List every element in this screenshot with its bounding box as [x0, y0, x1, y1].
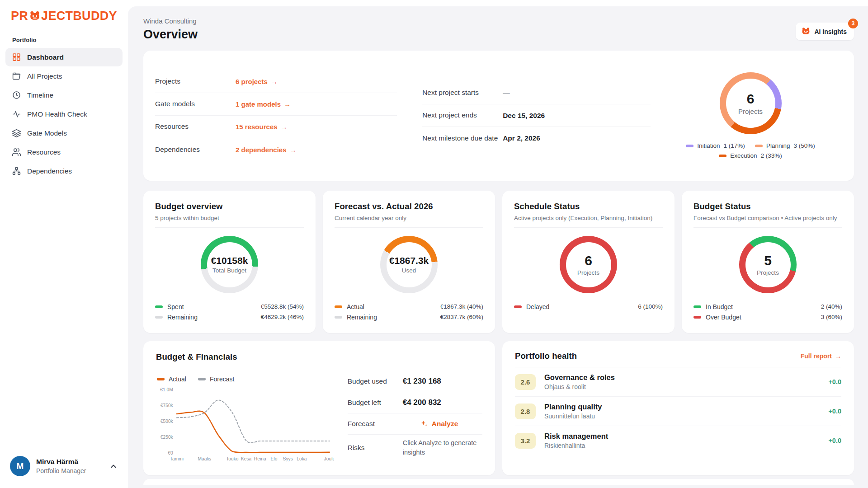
sidebar-item-label: Timeline — [27, 91, 53, 99]
company-name: Winda Consulting — [143, 17, 198, 25]
legend-row-in-budget: In Budget 2 (40%) — [693, 301, 842, 312]
gate-models-link[interactable]: 1 gate models — [236, 100, 291, 108]
sidebar-item-label: Resources — [27, 148, 61, 156]
stat-row-projects: Projects 6 projects — [155, 70, 397, 93]
svg-text:€250k: €250k — [160, 435, 174, 440]
card-title: Budget & Financials — [156, 352, 482, 362]
financials-content: Actual Forecast €1.0M€750k€500k€250k€0Ta… — [156, 370, 482, 465]
legend-dot — [155, 316, 163, 319]
fin-row-forecast: Forecast Analyze — [348, 413, 482, 435]
svg-text:Maalis: Maalis — [198, 456, 212, 461]
health-row-planning[interactable]: 2.8 Planning quality Suunnittelun laatu … — [515, 397, 841, 426]
health-row-risk[interactable]: 3.2 Risk management Riskienhallinta +0.0 — [515, 426, 841, 455]
chevron-up-icon[interactable] — [109, 462, 118, 471]
legend-item-actual: Actual — [157, 375, 186, 383]
svg-text:Elo: Elo — [271, 456, 278, 461]
sidebar-item-gate-models[interactable]: Gate Models — [5, 124, 123, 142]
next-project-starts-value: — — [503, 89, 510, 97]
legend-row-remaining: Remaining €2837.7k (60%) — [335, 312, 483, 322]
budget-status-donut-chart: 5 Projects — [739, 236, 797, 293]
app-logo[interactable]: PR JECTBUDDY — [5, 9, 123, 23]
svg-text:€500k: €500k — [160, 419, 174, 424]
donut-center-value: 6 — [747, 91, 755, 107]
ai-insights-button[interactable]: AI Insights 3 — [796, 23, 854, 40]
stat-label: Next project ends — [422, 111, 503, 120]
analyze-button[interactable]: Analyze — [420, 420, 458, 428]
notification-badge: 3 — [848, 19, 858, 28]
legend-item-planning: Planning 3 (50%) — [755, 142, 815, 149]
overview-stats: Projects 6 projects Gate models 1 gate m… — [155, 62, 651, 169]
legend-dot — [335, 305, 342, 308]
page-title: Overview — [143, 28, 198, 42]
legend-dot — [686, 145, 693, 147]
users-icon — [12, 147, 21, 157]
legend-dot — [693, 316, 701, 319]
card-subtitle: Current calendar year only — [335, 215, 483, 221]
sidebar-item-timeline[interactable]: Timeline — [5, 86, 123, 104]
bottom-row: Budget & Financials Actual Forecast — [143, 341, 854, 475]
legend-dot — [514, 305, 522, 308]
donut-wrap: 5 Projects — [693, 228, 842, 301]
donut-center-label: Projects — [738, 108, 763, 115]
chart-legend: Actual Forecast — [157, 375, 334, 383]
resources-link[interactable]: 15 resources — [236, 123, 288, 131]
stat-label: Projects — [155, 77, 236, 86]
donut-wrap: €10158k Total Budget — [155, 228, 304, 301]
kpi-cards-row: Budget overview 5 projects within budget… — [143, 191, 854, 333]
card-title: Portfolio health — [515, 351, 577, 361]
next-milestone-value: Apr 2, 2026 — [503, 134, 540, 142]
stat-label: Resources — [155, 122, 236, 131]
legend-row-over-budget: Over Budget 3 (60%) — [693, 312, 842, 322]
legend-item-initiation: Initiation 1 (17%) — [686, 142, 745, 149]
svg-text:€0: €0 — [168, 450, 173, 455]
sidebar-item-dashboard[interactable]: Dashboard — [5, 48, 123, 66]
portfolio-health-card: Portfolio health Full report 2.6 Governa… — [502, 341, 854, 475]
delta-value: +0.0 — [828, 378, 841, 385]
ai-insights-label: AI Insights — [814, 28, 847, 35]
projects-donut-legend: Initiation 1 (17%) Planning 3 (50%) Exec… — [671, 142, 830, 159]
score-badge: 2.6 — [515, 374, 536, 390]
avatar: M — [10, 456, 30, 476]
svg-text:Joulu: Joulu — [324, 456, 334, 461]
projects-link[interactable]: 6 projects — [236, 78, 278, 85]
sidebar-section-label: Portfolio — [12, 37, 123, 43]
sidebar-item-resources[interactable]: Resources — [5, 143, 123, 161]
donut-wrap: 6 Projects — [514, 228, 663, 301]
sidebar-item-label: All Projects — [27, 72, 62, 80]
svg-text:€1.0M: €1.0M — [160, 387, 173, 392]
stat-row-next-end: Next project ends Dec 15, 2026 — [422, 104, 651, 127]
svg-text:Loka: Loka — [297, 456, 307, 461]
stat-row-resources: Resources 15 resources — [155, 116, 397, 138]
robot-icon — [801, 27, 811, 36]
dependencies-link[interactable]: 2 dependencies — [236, 146, 297, 154]
budget-financials-card: Budget & Financials Actual Forecast — [143, 341, 495, 475]
delta-value: +0.0 — [828, 408, 841, 415]
card-legend: Actual €1867.3k (40%) Remaining €2837.7k… — [335, 301, 483, 322]
schedule-status-card: Schedule Status Active projects only (Ex… — [502, 191, 675, 333]
stat-row-next-start: Next project starts — — [422, 82, 651, 104]
user-name: Mirva Härmä — [36, 458, 86, 466]
sidebar-item-dependencies[interactable]: Dependencies — [5, 162, 123, 180]
sidebar-item-label: Dependencies — [27, 167, 72, 175]
logo-text-pre: PR — [11, 9, 28, 23]
legend-dot — [155, 305, 163, 308]
legend-dot — [693, 305, 701, 308]
budget-overview-card: Budget overview 5 projects within budget… — [143, 191, 316, 333]
risks-note: Click Analyze to generate insights — [403, 435, 482, 461]
stat-label: Next milestone due date — [422, 134, 503, 143]
sidebar-item-all-projects[interactable]: All Projects — [5, 67, 123, 85]
health-row-governance[interactable]: 2.6 Governance & roles Ohjaus & roolit +… — [515, 367, 841, 397]
full-report-link[interactable]: Full report — [801, 352, 841, 360]
portfolio-health-header: Portfolio health Full report — [515, 351, 841, 361]
next-project-ends-value: Dec 15, 2026 — [503, 112, 545, 120]
sidebar-item-pmo-health-check[interactable]: PMO Health Check — [5, 105, 123, 123]
budget-financials-chart: €1.0M€750k€500k€250k€0TammiMaalisToukoKe… — [156, 384, 334, 465]
card-title: Forecast vs. Actual 2026 — [335, 202, 483, 211]
user-profile[interactable]: M Mirva Härmä Portfolio Manager — [5, 453, 123, 479]
financials-rows: Budget used €1 230 168 Budget left €4 20… — [348, 370, 482, 465]
svg-text:€750k: €750k — [160, 403, 174, 408]
divider — [156, 368, 482, 368]
legend-dot — [719, 155, 726, 157]
card-legend: Delayed 6 (100%) — [514, 301, 663, 322]
svg-text:Heinä: Heinä — [254, 456, 266, 461]
